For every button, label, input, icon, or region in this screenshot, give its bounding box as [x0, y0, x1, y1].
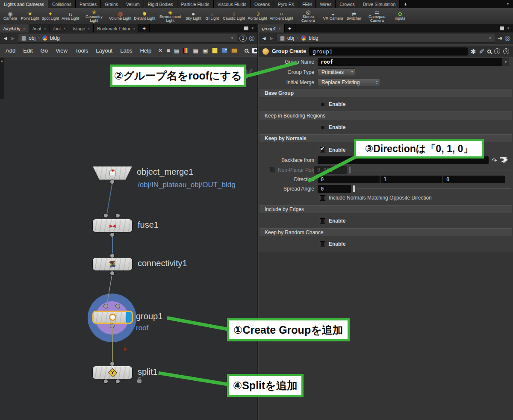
asset-box-icon[interactable] — [231, 48, 237, 53]
tool-caustic-light[interactable]: ≀Caustic Light — [221, 8, 246, 24]
section-bounding-regions[interactable]: Keep in Bounding Regions — [259, 112, 512, 120]
shelf-tab-particles[interactable]: Particles — [76, 0, 101, 8]
output-connector[interactable] — [116, 379, 120, 383]
gear-menu-icon[interactable]: ✱ — [471, 48, 476, 55]
brush-icon[interactable]: ✐ — [479, 48, 484, 55]
network-editor[interactable] — [0, 57, 257, 420]
node-name-field[interactable]: group1 — [309, 47, 468, 56]
spinner-icon[interactable]: ▲▼ — [374, 79, 380, 86]
output-connector[interactable] — [110, 271, 114, 275]
shelf-overflow-icon[interactable]: ▼ — [503, 0, 513, 8]
close-icon[interactable]: × — [279, 26, 281, 31]
input-connector[interactable] — [116, 214, 120, 217]
section-base-group[interactable]: Base Group — [259, 89, 512, 97]
tool-geometry-light[interactable]: ✭Geometry Light — [80, 8, 108, 24]
path-dropdown-icon[interactable]: ▼ — [488, 36, 492, 40]
output-connector[interactable] — [110, 233, 114, 237]
forward-arrow-icon[interactable]: ► — [10, 35, 16, 41]
display-flag[interactable] — [126, 312, 132, 323]
input-connector[interactable] — [104, 214, 108, 217]
node-label[interactable]: connectivity1 — [138, 258, 187, 268]
path-field[interactable]: ▦ obj › bldg ▼ — [18, 34, 237, 43]
group-name-dropdown-icon[interactable]: ▼ — [502, 58, 509, 66]
path-current[interactable]: bldg — [50, 35, 60, 41]
shelf-tab-crowds[interactable]: Crowds — [336, 0, 359, 8]
shelf-add-tab-button[interactable]: + — [400, 0, 411, 8]
tool-volume-light[interactable]: ◍Volume Light — [108, 8, 133, 24]
group-create-node-icon[interactable] — [262, 48, 269, 55]
pane-maximize-icon[interactable] — [244, 26, 248, 30]
shelf-tab-collisions[interactable]: Collisions — [48, 0, 76, 8]
shelf-tab-lights-and-cameras[interactable]: Lights and Cameras — [0, 0, 48, 8]
menu-edit[interactable]: Edit — [19, 47, 36, 54]
follow-target-icon[interactable]: ◎ — [504, 35, 510, 41]
background-image-icon[interactable] — [221, 48, 227, 53]
node-split1[interactable]: Y — [93, 366, 132, 379]
output-connector[interactable] — [104, 379, 108, 383]
shelf-tab-pyro-fx[interactable]: Pyro FX — [274, 0, 298, 8]
spinner-icon[interactable]: ▲▼ — [349, 69, 355, 76]
normals-enable-checkbox[interactable]: ✔ — [320, 147, 325, 153]
slider-handle[interactable] — [349, 167, 351, 173]
close-icon[interactable]: × — [88, 26, 90, 31]
slider-handle[interactable] — [353, 185, 355, 192]
shelf-tab-particle-fluids[interactable]: Particle Fluids — [177, 0, 214, 8]
tool-vr-camera[interactable]: ◒VR Camera — [322, 8, 345, 24]
node-object-merge1[interactable]: ▼ — [93, 166, 132, 180]
shelf-tab-fem[interactable]: FEM — [298, 0, 316, 8]
tool-sky-light[interactable]: ●Sky Light — [184, 8, 203, 24]
menu-layout[interactable]: Layout — [92, 47, 116, 54]
pane-maximize-icon[interactable] — [500, 26, 504, 30]
search-icon[interactable] — [487, 50, 491, 53]
back-arrow-icon[interactable]: ◄ — [261, 35, 267, 41]
output-connector[interactable] — [110, 324, 114, 328]
input-connector[interactable] — [116, 304, 120, 308]
color-palette-icon[interactable] — [183, 48, 189, 53]
tool-inputs[interactable]: ✿inputs — [391, 8, 410, 24]
tool-gi-light[interactable]: ◌GI Light — [203, 8, 221, 24]
close-icon[interactable]: × — [63, 26, 65, 31]
menu-view[interactable]: View — [52, 47, 71, 54]
pane-menu-icon[interactable]: ▼ — [507, 26, 510, 30]
menu-go[interactable]: Go — [37, 47, 52, 54]
path-field[interactable]: ▦ obj › bldg ▼ — [277, 34, 495, 43]
menu-labs[interactable]: Labs — [116, 47, 136, 54]
swap-arrow-icon[interactable]: ↷ — [492, 157, 497, 164]
edges-enable-checkbox[interactable] — [320, 218, 325, 224]
add-tab-button[interactable]: + — [139, 24, 150, 32]
tool-gamepad-camera[interactable]: ▭Gamepad Camera — [363, 8, 391, 24]
layout-window-icon[interactable]: ▣ — [203, 47, 208, 53]
tab-out[interactable]: /out× — [50, 24, 70, 32]
sticky-note-icon[interactable] — [212, 48, 218, 53]
node-fuse1[interactable]: ▶◀ — [93, 219, 132, 232]
section-include-by-edges[interactable]: Include by Edges — [259, 205, 512, 214]
menu-tools[interactable]: Tools — [71, 47, 92, 54]
node-label[interactable]: group1 — [136, 311, 162, 321]
path-root[interactable]: obj — [29, 35, 35, 41]
initial-merge-select[interactable]: Replace Existing ▲▼ — [318, 79, 380, 86]
section-random-chance[interactable]: Keep by Random Chance — [259, 228, 512, 237]
node-label[interactable]: split1 — [138, 367, 158, 377]
node-group1[interactable] — [92, 311, 133, 324]
shelf-tab-vellum[interactable]: Vellum — [122, 0, 144, 8]
direction-z-input[interactable]: 0 — [443, 176, 505, 183]
menu-help[interactable]: Help — [136, 47, 155, 54]
node-label[interactable]: object_merge1 — [137, 167, 193, 177]
input-connector[interactable] — [110, 362, 114, 366]
tool-portal-light[interactable]: ☽Portal Light — [246, 8, 268, 24]
shelf-tab-rigid-bodies[interactable]: Rigid Bodies — [144, 0, 177, 8]
tool-point-light[interactable]: ✷Point Light — [20, 8, 41, 24]
input-connector[interactable] — [110, 254, 114, 258]
tool-switcher[interactable]: ⇌Switcher — [345, 8, 363, 24]
forward-arrow-icon[interactable]: ► — [269, 35, 274, 41]
path-current[interactable]: bldg — [309, 35, 318, 41]
slider-track[interactable] — [357, 188, 511, 189]
shelf-tab-drive-simulation[interactable]: Drive Simulation — [359, 0, 400, 8]
random-enable-checkbox[interactable] — [320, 241, 325, 247]
tree-list-icon[interactable]: ≡ — [167, 47, 170, 53]
shelf-tab-viscous-fluids[interactable]: Viscous Fluids — [214, 0, 251, 8]
nonplanar-input[interactable]: 0.001 — [314, 166, 347, 174]
nonplanar-checkbox[interactable] — [269, 167, 274, 173]
pane-divider[interactable] — [257, 24, 259, 420]
bounding-enable-checkbox[interactable] — [320, 125, 325, 130]
